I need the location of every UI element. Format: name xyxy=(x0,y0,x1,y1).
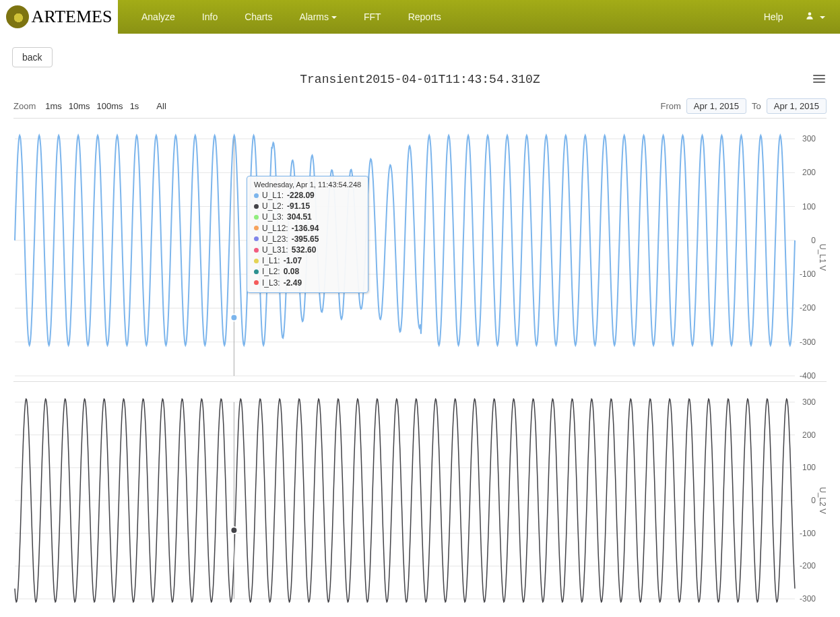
logo-icon xyxy=(6,5,29,28)
series-dot-icon xyxy=(254,193,259,198)
svg-text:300: 300 xyxy=(802,134,816,143)
zoom-1s[interactable]: 1s xyxy=(129,101,141,111)
tooltip-title: Wednesday, Apr 1, 11:43:54.248 xyxy=(254,181,361,189)
zoom-group: Zoom 1ms 10ms 100ms 1s All xyxy=(13,101,168,111)
tooltip-series-name: I_L2: xyxy=(262,266,280,277)
chart-U_L2-svg[interactable]: 3002001000-100-200-300U_L2 V xyxy=(13,382,827,604)
tooltip-series-name: U_L31: xyxy=(262,245,288,255)
nav-items: Analyze Info Charts Alarms FFT Reports xyxy=(118,1,750,33)
tooltip-row: U_L3: 304.51 xyxy=(254,212,361,222)
nav-charts[interactable]: Charts xyxy=(231,1,286,33)
zoom-1ms[interactable]: 1ms xyxy=(44,101,63,111)
tooltip-series-value: -91.15 xyxy=(287,201,310,212)
chart-U_L1-svg[interactable]: 3002001000-100-200-300-400U_L1 V xyxy=(13,119,827,381)
chart-tooltip: Wednesday, Apr 1, 11:43:54.248 U_L1: -22… xyxy=(247,176,368,293)
svg-text:100: 100 xyxy=(802,463,816,472)
brand-text: ARTEMES xyxy=(32,7,112,27)
svg-point-0 xyxy=(808,12,811,15)
series-dot-icon xyxy=(254,215,259,220)
zoom-all[interactable]: All xyxy=(155,101,167,111)
svg-text:-200: -200 xyxy=(800,561,816,571)
zoom-10ms[interactable]: 10ms xyxy=(67,101,92,111)
nav-analyze[interactable]: Analyze xyxy=(128,1,189,33)
to-label: To xyxy=(752,101,761,111)
back-button[interactable]: back xyxy=(12,47,53,67)
series-dot-icon xyxy=(254,236,259,241)
tooltip-row: I_L1: -1.07 xyxy=(254,255,361,266)
to-date-input[interactable]: Apr 1, 2015 xyxy=(767,98,827,114)
tooltip-series-value: -136.94 xyxy=(292,223,319,234)
svg-text:200: 200 xyxy=(802,168,816,177)
series-dot-icon xyxy=(254,226,259,230)
svg-text:0: 0 xyxy=(811,496,816,505)
user-icon xyxy=(805,11,817,22)
tooltip-series-name: U_L23: xyxy=(262,234,288,245)
user-menu[interactable] xyxy=(797,0,833,34)
series-dot-icon xyxy=(254,269,259,274)
svg-text:-200: -200 xyxy=(800,303,816,313)
nav-help[interactable]: Help xyxy=(750,1,797,33)
svg-text:-100: -100 xyxy=(800,269,816,279)
zoom-label: Zoom xyxy=(13,101,36,111)
svg-text:100: 100 xyxy=(802,202,816,212)
tooltip-row: U_L2: -91.15 xyxy=(254,201,361,212)
chart-title: Transient2015-04-01T11:43:54.310Z xyxy=(0,73,840,86)
svg-point-19 xyxy=(230,315,237,321)
zoom-100ms[interactable]: 100ms xyxy=(96,101,125,111)
tooltip-row: U_L31: 532.60 xyxy=(254,245,361,255)
tooltip-series-value: 0.08 xyxy=(284,266,299,277)
tooltip-series-name: U_L1: xyxy=(262,190,284,201)
tooltip-series-name: U_L2: xyxy=(262,201,284,212)
nav-fft[interactable]: FFT xyxy=(350,1,395,33)
charts-area: 3002001000-100-200-300-400U_L1 V Wednesd… xyxy=(13,118,827,604)
svg-text:0: 0 xyxy=(811,236,816,245)
from-label: From xyxy=(660,101,680,111)
svg-text:200: 200 xyxy=(802,430,816,440)
svg-point-36 xyxy=(230,527,237,533)
date-range-group: From Apr 1, 2015 To Apr 1, 2015 xyxy=(660,98,827,114)
svg-text:-400: -400 xyxy=(800,371,816,381)
chevron-down-icon xyxy=(331,16,337,19)
tooltip-row: U_L23: -395.65 xyxy=(254,234,361,245)
tooltip-series-value: -2.49 xyxy=(284,278,302,288)
navbar: ARTEMES Analyze Info Charts Alarms FFT R… xyxy=(0,0,840,34)
tooltip-row: U_L12: -136.94 xyxy=(254,223,361,234)
brand-logo[interactable]: ARTEMES xyxy=(0,0,118,34)
series-dot-icon xyxy=(254,204,259,209)
nav-reports[interactable]: Reports xyxy=(395,1,455,33)
tooltip-series-value: -1.07 xyxy=(284,255,302,266)
chart-U_L1[interactable]: 3002001000-100-200-300-400U_L1 V Wednesd… xyxy=(13,118,827,381)
chart-context-menu-button[interactable] xyxy=(813,73,825,85)
tooltip-row: U_L1: -228.09 xyxy=(254,190,361,201)
svg-text:-300: -300 xyxy=(800,594,816,604)
nav-right: Help xyxy=(750,0,840,34)
svg-text:U_L1 V: U_L1 V xyxy=(818,244,827,271)
chart-U_L2[interactable]: 3002001000-100-200-300U_L2 V xyxy=(13,381,827,604)
svg-text:300: 300 xyxy=(802,397,816,407)
svg-text:U_L2 V: U_L2 V xyxy=(818,487,827,514)
tooltip-row: I_L2: 0.08 xyxy=(254,266,361,277)
tooltip-series-name: U_L12: xyxy=(262,223,288,234)
tooltip-series-value: 304.51 xyxy=(287,212,312,222)
nav-info[interactable]: Info xyxy=(189,1,231,33)
series-dot-icon xyxy=(254,259,259,263)
tooltip-series-value: -395.65 xyxy=(292,234,319,245)
svg-text:-300: -300 xyxy=(800,337,816,347)
tooltip-row: I_L3: -2.49 xyxy=(254,278,361,288)
tooltip-series-name: I_L3: xyxy=(262,278,280,288)
chevron-down-icon xyxy=(820,16,825,19)
svg-text:-100: -100 xyxy=(800,529,816,538)
content: back Transient2015-04-01T11:43:54.310Z Z… xyxy=(0,34,840,604)
chart-controls: Zoom 1ms 10ms 100ms 1s All From Apr 1, 2… xyxy=(13,98,827,114)
series-dot-icon xyxy=(254,280,259,285)
from-date-input[interactable]: Apr 1, 2015 xyxy=(686,98,746,114)
tooltip-series-value: 532.60 xyxy=(292,245,317,255)
nav-alarms[interactable]: Alarms xyxy=(286,1,350,33)
series-dot-icon xyxy=(254,248,259,253)
tooltip-series-value: -228.09 xyxy=(287,190,315,201)
tooltip-series-name: I_L1: xyxy=(262,255,280,266)
tooltip-series-name: U_L3: xyxy=(262,212,284,222)
